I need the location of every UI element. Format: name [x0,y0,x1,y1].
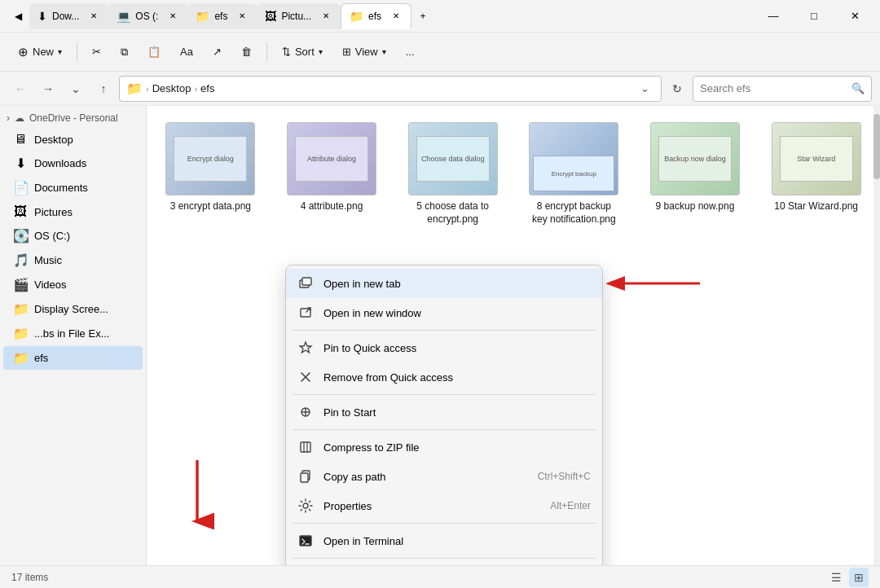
sidebar-item-documents[interactable]: 📄 Documents [3,176,143,200]
sidebar-item-pictures[interactable]: 🖼 Pictures [3,200,143,223]
file-item-f6[interactable]: Star Wizard 10 Star Wizard.png [762,116,870,232]
breadcrumb-efs-label: efs [200,82,214,94]
maximize-button[interactable]: □ [795,3,833,29]
file-item-f2[interactable]: Attribute dialog 4 attribute.png [278,116,386,232]
sidebar-item-downloads[interactable]: ⬇ Downloads [3,151,143,175]
ctx-pin-start-icon [297,404,314,420]
sidebar-item-absfilx[interactable]: 📁 ...bs in File Ex... [3,322,143,345]
view-button[interactable]: ⊞ View ▾ [334,37,394,67]
ctx-open-new-tab[interactable]: Open in new tab [286,269,602,298]
more-button[interactable]: ... [398,37,423,67]
tab-close-pictures[interactable]: ✕ [319,10,332,23]
dropdown-button[interactable]: ⌄ [64,77,88,101]
ctx-remove-quick-access-label: Remove from Quick access [323,371,591,384]
cut-icon: ✂ [92,46,101,58]
titlebar: ◀ ⬇ Dow... ✕ 💻 OS (: ✕ 📁 efs ✕ 🖼 Pictu..… [0,0,880,33]
sidebar-item-music[interactable]: 🎵 Music [3,248,143,272]
forward-button[interactable]: → [36,77,60,101]
back-button[interactable]: ← [8,77,33,101]
ctx-open-terminal[interactable]: Open in Terminal [286,526,602,555]
minimize-button[interactable]: — [755,3,792,29]
content-area: Encrypt dialog 3 encrypt data.png Attrib… [147,106,880,565]
address-chevron-icon[interactable]: ⌄ [635,79,654,99]
refresh-button[interactable]: ↻ [665,77,689,101]
desktop-icon: 🖥 [13,132,28,147]
ctx-pin-start[interactable]: Pin to Start [286,397,602,427]
tab-label-os: OS (: [135,11,158,22]
file-item-f5[interactable]: Backup now dialog 9 backup now.png [641,116,750,232]
breadcrumb-desktop-label: Desktop [152,82,191,94]
documents-icon: 📄 [13,180,28,195]
toolbar-sep-2 [266,42,267,62]
ctx-sep-3 [293,429,596,430]
tab-pictures[interactable]: 🖼 Pictu... ✕ [257,3,341,29]
delete-button[interactable]: 🗑 [233,37,260,67]
sidebar-item-os[interactable]: 💽 OS (C:) [3,224,143,248]
sidebar-label-videos: Videos [34,279,67,291]
ctx-sep-5 [293,558,596,559]
list-view-button[interactable]: ☰ [826,568,846,587]
ctx-sep-4 [293,523,596,524]
ctx-pin-quick-access[interactable]: Pin to Quick access [286,333,602,362]
grid-view-button[interactable]: ⊞ [849,568,869,587]
tab-os[interactable]: 💻 OS (: ✕ [108,3,187,29]
tab-close-efs2[interactable]: ✕ [389,10,403,23]
sidebar-item-displayscreen[interactable]: 📁 Display Scree... [3,297,143,321]
scrollbar[interactable] [873,106,880,565]
tab-efs2[interactable]: 📁 efs ✕ [341,3,411,29]
tab-downloads[interactable]: ⬇ Dow... ✕ [29,3,108,29]
tab-nav-prev[interactable]: ◀ [7,5,29,28]
tab-close-downloads[interactable]: ✕ [87,10,100,23]
breadcrumb-efs[interactable]: efs [200,82,214,94]
rename-button[interactable]: Aa [172,37,201,67]
onedrive-label: OneDrive - Personal [29,112,118,124]
ctx-remove-quick-access-icon [297,369,314,385]
ctx-compress-zip[interactable]: Compress to ZIP file [286,432,602,462]
paste-button[interactable]: 📋 [139,37,169,67]
file-thumb-f4: Encrypt backup [529,122,618,195]
search-input[interactable] [700,82,847,94]
close-button[interactable]: ✕ [836,3,873,29]
sidebar-item-videos[interactable]: 🎬 Videos [3,273,143,296]
tab-close-os[interactable]: ✕ [166,10,179,23]
sidebar-item-desktop[interactable]: 🖥 Desktop [3,128,143,151]
cut-button[interactable]: ✂ [84,37,109,67]
sidebar-label-os: OS (C:) [34,230,70,242]
onedrive-section[interactable]: › ☁ OneDrive - Personal [0,109,146,127]
sidebar-label-efs: efs [34,352,48,364]
folder-icon: 📁 [126,81,143,96]
add-tab-button[interactable]: + [411,5,434,28]
breadcrumb-desktop[interactable]: Desktop [152,82,191,94]
ctx-remove-quick-access[interactable]: Remove from Quick access [286,362,602,392]
file-item-f4[interactable]: Encrypt backup 8 encrypt backup key noti… [520,116,628,232]
ctx-open-new-tab-icon [297,275,314,292]
ctx-properties[interactable]: Properties Alt+Enter [286,491,602,520]
file-item-f1[interactable]: Encrypt dialog 3 encrypt data.png [156,116,265,232]
rename-icon: Aa [180,46,193,58]
ctx-open-new-window-label: Open in new window [323,307,591,319]
view-icon: ⊞ [342,46,351,58]
ctx-sep-1 [293,330,596,331]
new-label: New [33,46,54,58]
up-button[interactable]: ↑ [91,77,116,101]
statusbar-right: ☰ ⊞ [826,568,869,587]
tab-efs1[interactable]: 📁 efs ✕ [187,3,257,29]
ctx-sep-2 [293,394,596,395]
ctx-show-more-options[interactable]: Show more options Shift+F10 [286,561,602,565]
file-name-f1: 3 encrypt data.png [170,200,251,213]
file-item-f3[interactable]: Choose data dialog 5 choose data to encr… [398,116,507,232]
file-name-f2: 4 attribute.png [301,200,363,213]
copy-button[interactable]: ⧉ [112,37,136,67]
scrollbar-thumb[interactable] [873,114,880,179]
ctx-copy-path[interactable]: Copy as path Ctrl+Shift+C [286,462,602,491]
breadcrumb-bar[interactable]: 📁 › Desktop › efs ⌄ [119,76,662,102]
sidebar: › ☁ OneDrive - Personal 🖥 Desktop ⬇ Down… [0,106,147,565]
ctx-open-new-window[interactable]: Open in new window [286,298,602,327]
tab-close-efs1[interactable]: ✕ [235,10,249,23]
search-box[interactable]: 🔍 [693,76,872,102]
sort-button[interactable]: ⇅ Sort ▾ [274,37,331,67]
sidebar-item-efs[interactable]: 📁 efs [3,346,143,370]
share-button[interactable]: ↗ [205,37,230,67]
statusbar: 17 items ☰ ⊞ [0,565,880,588]
new-button[interactable]: ⊕ New ▾ [10,37,70,67]
